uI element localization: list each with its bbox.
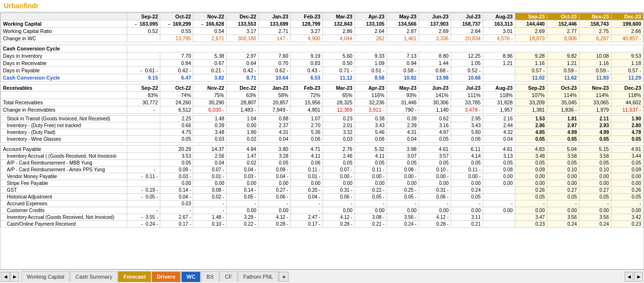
tab-cash-summary[interactable]: Cash Summary [70, 271, 118, 282]
scroll-right-btn[interactable]: ▶ [634, 272, 643, 282]
header-nov23: Nov-23 [579, 13, 611, 20]
ccc-total-row: Cash Conversion Cycle 9.15 6.47 3.82 8.7… [1, 74, 644, 82]
tab-nav-right[interactable]: ▶ [10, 272, 19, 282]
scroll-left-btn[interactable]: ◀ [625, 272, 633, 282]
receivables-pct-row: 83% 74% 75% 63% 58% 72% 65% 116% 93% 141… [1, 92, 644, 99]
header-jul23: Jul-23 [451, 13, 483, 20]
working-capital-row: Working Capital - 183,095 - 169,299 - 16… [1, 20, 644, 28]
gst-row: GST - 0.19 - 0.14 - 0.08 - 0.14 - 0.27 -… [1, 187, 644, 194]
days-payable-row: Days in Payable - 0.61 - 0.42 - 0.21 - 0… [1, 67, 644, 74]
inv-duty-paid-row: Inventory - (Duty Paid) 4.75 3.48 1.90 4… [1, 129, 644, 136]
tab-drivers[interactable]: Drivers [152, 271, 181, 282]
main-table-container[interactable]: Sep-22 Oct-22 Nov-22 Dec-22 Jan-23 Feb-2… [0, 12, 644, 269]
app: Urbanfindr Sep-22 Oct-22 Nov-22 Dec-22 J… [0, 0, 644, 283]
header-apr23: Apr-23 [355, 13, 387, 20]
brand-title: Urbanfindr [0, 0, 644, 12]
accrued-expenses-row: Accrued Expenses 0.03 - - - - - - - - - … [1, 200, 644, 207]
ap-reimb-mbb-row: A/P - Card Reimbursement - MBB Yung 0.05… [1, 160, 644, 166]
wc-ratio-row: Working Capital Ratio 0.52 0.55 0.54 3.1… [1, 28, 644, 35]
stock-transit-row: Stock in Transit (Goods Invoiced, Not Re… [1, 116, 644, 122]
header-aug23: Aug-23 [483, 13, 515, 20]
ccc-header-row: Cash Conversion Cycle [1, 45, 644, 52]
inv-wine-glasses-row: Inventory - Wine Glasses 0.05 0.03 0.02 … [1, 136, 644, 143]
receivables-header-row: Receivables Sep-22 Oct-22 Nov-22 Dec-22 … [1, 84, 644, 92]
header-dec22: Dec-22 [226, 13, 258, 20]
inv-duty-free-row: Inventory - (Duty Free) not tracked 0.66… [1, 122, 644, 129]
add-tab-button[interactable]: + [279, 272, 288, 282]
header-dec23: Dec-23 [611, 13, 643, 20]
tab-scroll-area: Working Capital Cash Summary Forecast Dr… [21, 271, 288, 282]
tab-forecast[interactable]: Forecast [118, 271, 151, 282]
total-receivables-row: Total Receivables 30,772 24,260 30,290 2… [1, 99, 644, 106]
header-nov22: Nov-22 [193, 13, 226, 20]
header-label [1, 13, 127, 20]
header-sep23: Sep-23 [515, 13, 547, 20]
customer-credits-row: Customer Credits - - - 0.00 0.00 - 0.00 … [1, 207, 644, 214]
tab-fathom-pnl[interactable]: Fathom PNL [238, 271, 279, 282]
header-may23: May-23 [387, 13, 419, 20]
tab-bs[interactable]: BS [201, 271, 219, 282]
account-payable-row: Account Payable 20.29 14.37 4.84 3.80 4.… [1, 146, 644, 153]
change-receivables-row: Change in Receivables - 6,512 6,030 - 1,… [1, 106, 644, 114]
separator-icon: ⋮ [619, 274, 624, 279]
header-feb23: Feb-23 [290, 13, 322, 20]
header-oct23: Oct-23 [547, 13, 579, 20]
hist-adj-row: Historical Adjustment - 0.05 - 0.04 - 0.… [1, 194, 644, 200]
inv-accrual2-row: Inventory Accrual (Goods Received, Not I… [1, 214, 644, 221]
header-sep22: Sep-22 [127, 13, 160, 20]
tab-nav-left[interactable]: ◀ [1, 272, 10, 282]
header-jun23: Jun-23 [419, 13, 451, 20]
header-mar23: Mar-23 [322, 13, 355, 20]
days-receivable-row: Days in Receivable 0.84 0.67 0.64 0.70 0… [1, 60, 644, 67]
column-header-row: Sep-22 Oct-22 Nov-22 Dec-22 Jan-23 Feb-2… [1, 13, 644, 20]
main-table: Sep-22 Oct-22 Nov-22 Dec-22 Jan-23 Feb-2… [0, 13, 644, 228]
inv-accrual-row: Inventory Accrual ( (Goods Received, Not… [1, 153, 644, 160]
tab-cf[interactable]: CF [220, 271, 237, 282]
wc-label: Working Capital [1, 20, 127, 28]
tab-working-capital[interactable]: Working Capital [21, 271, 69, 282]
stripe-fee-row: Stripe Fee Payable 0.00 0.00 0.00 0.00 0… [1, 180, 644, 187]
scroll-buttons-right: ⋮ ◀ ▶ [619, 272, 643, 282]
days-inventory-row: Days in Inventory 7.70 5.38 2.97 7.60 9.… [1, 52, 644, 60]
ap-reimb-amex-row: A/P - Card Reimbursement - Amex PPS Yung… [1, 166, 644, 173]
header-oct22: Oct-22 [160, 13, 193, 20]
vendor-money-row: Vendor Money Payable - 0.11 - 0.03 - 0.0… [1, 173, 644, 180]
header-jan23: Jan-23 [258, 13, 290, 20]
cash-online-row: Cash/Online Payment Received - 0.24 - 0.… [1, 221, 644, 228]
tab-wc[interactable]: WC [181, 271, 201, 282]
tab-bar: ◀ ▶ Working Capital Cash Summary Forecas… [0, 269, 644, 283]
change-wc-row: Change in WC 13,795 2,671 300,180 147 - … [1, 35, 644, 42]
